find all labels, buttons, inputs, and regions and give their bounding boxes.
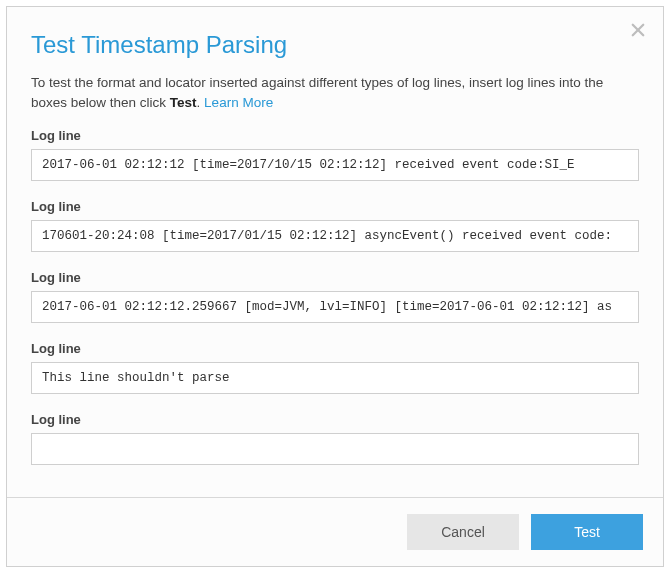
close-icon[interactable] xyxy=(629,21,647,39)
modal-content: Test Timestamp Parsing To test the forma… xyxy=(7,7,663,499)
log-line-label: Log line xyxy=(31,270,639,285)
log-line-label: Log line xyxy=(31,341,639,356)
log-line-input[interactable] xyxy=(31,149,639,181)
modal-container: Test Timestamp Parsing To test the forma… xyxy=(6,6,664,567)
log-line-label: Log line xyxy=(31,128,639,143)
field-group: Log line xyxy=(31,128,639,181)
field-group: Log line xyxy=(31,412,639,465)
description-bold: Test xyxy=(170,95,197,110)
field-group: Log line xyxy=(31,341,639,394)
log-line-label: Log line xyxy=(31,412,639,427)
log-line-input[interactable] xyxy=(31,433,639,465)
description-text-pre: To test the format and locator inserted … xyxy=(31,75,603,110)
log-line-input[interactable] xyxy=(31,362,639,394)
description-text-post: . xyxy=(197,95,205,110)
log-line-label: Log line xyxy=(31,199,639,214)
cancel-button[interactable]: Cancel xyxy=(407,514,519,550)
learn-more-link[interactable]: Learn More xyxy=(204,95,273,110)
field-group: Log line xyxy=(31,270,639,323)
test-button[interactable]: Test xyxy=(531,514,643,550)
modal-description: To test the format and locator inserted … xyxy=(31,73,639,112)
modal-title: Test Timestamp Parsing xyxy=(31,31,639,59)
modal-footer: Cancel Test xyxy=(7,497,663,566)
field-group: Log line xyxy=(31,199,639,252)
log-line-input[interactable] xyxy=(31,291,639,323)
log-line-input[interactable] xyxy=(31,220,639,252)
